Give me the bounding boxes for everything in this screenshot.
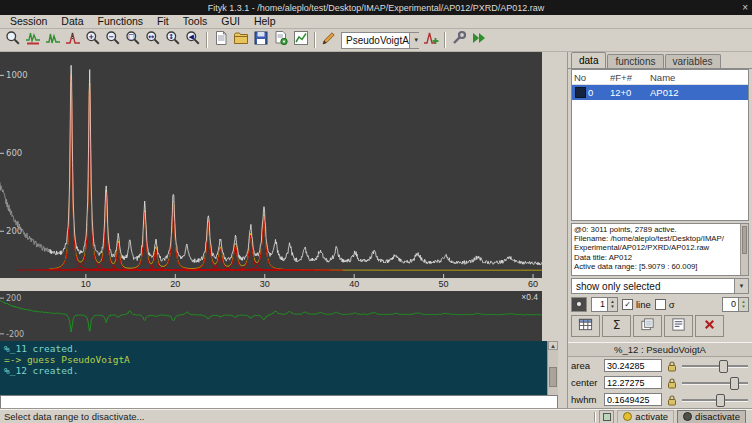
menu-session[interactable]: Session <box>3 15 54 28</box>
baseline-mode-icon <box>45 30 61 50</box>
menu-gui[interactable]: GUI <box>214 15 247 28</box>
delete-data-button[interactable] <box>695 315 724 337</box>
slider-handle[interactable] <box>719 360 728 373</box>
center-slider[interactable] <box>681 376 749 389</box>
activate-toggle[interactable]: activate <box>617 410 674 423</box>
display-controls: 1 ▲▼ ✓ line σ 0 ▲▼ <box>571 296 749 312</box>
area-input[interactable] <box>604 359 662 372</box>
line-checkbox[interactable]: ✓ line <box>622 299 651 310</box>
new-data-button[interactable] <box>571 315 600 337</box>
svg-text:-200: -200 <box>6 330 24 339</box>
aux-plot[interactable]: 200-200 ×0.4 <box>0 291 542 341</box>
function-type-select[interactable]: PseudoVoigtA▼ <box>341 32 419 49</box>
area-slider[interactable] <box>681 359 749 372</box>
menu-help[interactable]: Help <box>247 15 283 28</box>
param-row-area: area <box>568 357 752 374</box>
menu-fit[interactable]: Fit <box>150 15 176 28</box>
data-series-inactive <box>0 182 49 252</box>
point-size-spinner[interactable]: 1 ▲▼ <box>591 297 618 312</box>
open-session-button[interactable] <box>211 30 231 50</box>
checkbox-icon <box>575 87 586 98</box>
point-size-value: 1 <box>592 298 607 311</box>
dataset-checkbox[interactable] <box>574 87 588 98</box>
dataset-list: No #F+# Name 0 12+0 AP012 <box>571 69 749 221</box>
range-mode-button[interactable] <box>599 410 614 423</box>
edit-data-button[interactable] <box>664 315 693 337</box>
info-scrollbar[interactable] <box>740 224 748 275</box>
auto-add-peak-button[interactable] <box>421 30 441 50</box>
window-close-icon[interactable]: × <box>742 0 748 15</box>
tab-variables[interactable]: variables <box>665 54 721 68</box>
menu-functions[interactable]: Functions <box>91 15 151 28</box>
zoom-horizontal-button[interactable]: ↔ <box>143 30 163 50</box>
fit-settings-button[interactable] <box>449 30 469 50</box>
stack-data-button[interactable] <box>633 315 662 337</box>
main-plot-canvas: 2006001000 <box>0 52 542 278</box>
toolbar-separator <box>314 32 316 48</box>
console-line: =-> guess PseudoVoigtA <box>4 354 543 365</box>
function-curve <box>36 85 143 270</box>
chevron-down-icon: ▼ <box>734 279 748 293</box>
edit-data-icon <box>671 317 686 336</box>
session-log-button[interactable] <box>291 30 311 50</box>
hwhm-input[interactable] <box>604 393 662 406</box>
execute-script-button[interactable] <box>271 30 291 50</box>
menu-data[interactable]: Data <box>54 15 90 28</box>
edit-function-button[interactable] <box>319 30 339 50</box>
titlebar: Fityk 1.3.1 - /home/aleplo/test/Desktop/… <box>0 0 752 15</box>
save-session-button[interactable] <box>251 30 271 50</box>
sigma-checkbox[interactable]: σ <box>655 299 675 310</box>
command-input[interactable] <box>0 395 558 409</box>
svg-text:−: − <box>108 33 114 41</box>
zoom-mode-button[interactable] <box>3 30 23 50</box>
open-session-icon <box>213 30 229 50</box>
zoom-vertical-icon: ↕ <box>165 30 181 50</box>
chevron-down-icon: ▼ <box>409 33 423 48</box>
zoom-in-button[interactable]: + <box>83 30 103 50</box>
slider-handle[interactable] <box>730 377 739 390</box>
hwhm-slider[interactable] <box>681 393 749 406</box>
svg-text:↔: ↔ <box>148 33 154 41</box>
sum-data-button[interactable]: Σ <box>602 315 631 337</box>
zoom-vertical-button[interactable]: ↕ <box>163 30 183 50</box>
delete-data-icon <box>702 317 717 336</box>
scrollbar-thumb[interactable] <box>549 367 557 387</box>
shift-spinner[interactable]: 0 ▲▼ <box>722 297 749 312</box>
statusbar: Select data range to disactivate... acti… <box>0 409 752 423</box>
peak-drag-mode-button[interactable] <box>63 30 83 50</box>
lock-icon[interactable] <box>665 393 678 406</box>
lock-icon[interactable] <box>665 359 678 372</box>
fit-run-icon <box>471 30 487 50</box>
zoom-out-button[interactable]: − <box>103 30 123 50</box>
main-plot[interactable]: 2006001000 <box>0 52 542 278</box>
scroll-up-icon[interactable]: ▲ <box>548 341 558 350</box>
spinner-arrows-icon[interactable]: ▲▼ <box>607 298 617 311</box>
baseline-mode-button[interactable] <box>43 30 63 50</box>
data-range-mode-icon <box>25 30 41 50</box>
slider-track <box>682 365 748 368</box>
lock-icon[interactable] <box>665 376 678 389</box>
data-range-mode-button[interactable] <box>23 30 43 50</box>
data-color-swatch[interactable] <box>571 297 587 312</box>
svg-text:600: 600 <box>6 148 22 158</box>
center-input[interactable] <box>604 376 662 389</box>
fit-run-button[interactable] <box>469 30 489 50</box>
dataset-name: AP012 <box>650 87 748 98</box>
dataset-fcount: 12+0 <box>610 87 650 98</box>
dataset-row[interactable]: 0 12+0 AP012 <box>572 85 748 100</box>
console-scrollbar[interactable]: ▲ <box>547 341 558 395</box>
x-tick-label: 20 <box>167 279 183 289</box>
tab-functions[interactable]: functions <box>607 54 663 68</box>
filter-select[interactable]: show only selected ▼ <box>571 278 749 294</box>
zoom-previous-button[interactable]: ◀ <box>183 30 203 50</box>
menubar: SessionDataFunctionsFitToolsGUIHelp <box>0 15 752 29</box>
spinner-arrows-icon[interactable]: ▲▼ <box>738 298 748 311</box>
scrollbar-thumb[interactable] <box>742 226 747 254</box>
disactivate-toggle[interactable]: disactivate <box>677 410 746 423</box>
menu-tools[interactable]: Tools <box>176 15 215 28</box>
slider-handle[interactable] <box>716 394 725 407</box>
tab-data[interactable]: data <box>571 52 606 68</box>
zoom-all-button[interactable]: □ <box>123 30 143 50</box>
output-console[interactable]: %_11 created.=-> guess PseudoVoigtA%_12 … <box>0 341 558 395</box>
open-data-button[interactable] <box>231 30 251 50</box>
